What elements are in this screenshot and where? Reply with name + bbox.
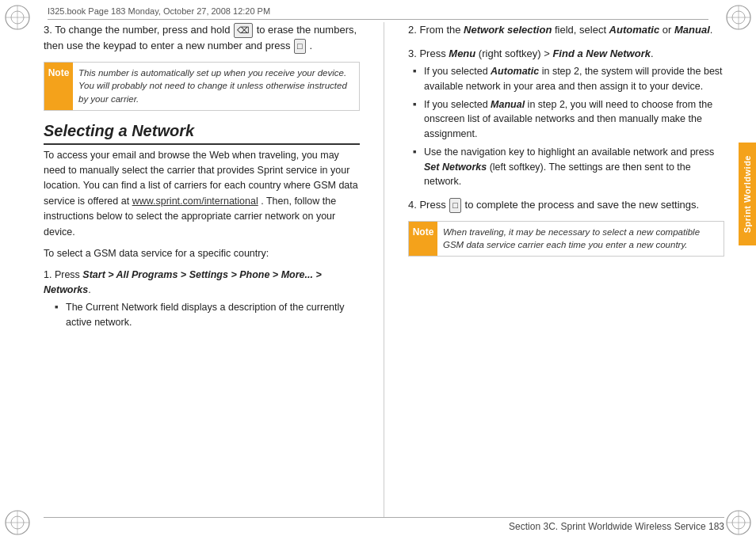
- step2-or: or: [659, 24, 674, 36]
- step2-end: .: [710, 24, 713, 36]
- step4-key-icon: □: [449, 198, 461, 213]
- bullet3-intro: Use the navigation key to highlight an a…: [424, 146, 714, 158]
- step3r-find: Find a New Network: [552, 48, 651, 59]
- corner-tl-decoration: [3, 3, 32, 32]
- corner-br-decoration: [724, 508, 753, 537]
- sprint-link[interactable]: www.sprint.com/international: [132, 196, 258, 207]
- note-box-1: Note This number is automatically set up…: [44, 62, 360, 111]
- step3-bullet-1: If you selected Automatic in step 2, the…: [413, 64, 724, 94]
- right-column: 2. From the Network selection field, sel…: [400, 22, 724, 518]
- backspace-key-icon: ⌫: [234, 23, 253, 38]
- main-content: 3. To change the number, press and hold …: [44, 22, 724, 518]
- step-2: 2. From the Network selection field, sel…: [408, 22, 724, 38]
- footer-text: Section 3C. Sprint Worldwide Wireless Se…: [509, 521, 724, 532]
- top-bar: I325.book Page 183 Monday, October 27, 2…: [48, 6, 708, 20]
- step2-intro: 2. From the: [408, 24, 464, 36]
- left-column: 3. To change the number, press and hold …: [44, 22, 368, 518]
- note1-content: This number is automatically set up when…: [73, 63, 359, 110]
- step-4: 4. Press □ to complete the process and s…: [408, 197, 724, 213]
- step3-intro-text: 3. To change the number, press and hold: [44, 24, 230, 36]
- step4-intro: 4. Press: [408, 199, 446, 211]
- step3r-end: .: [651, 48, 654, 59]
- ordered-list-left: 1. Press Start > All Programs > Settings…: [44, 268, 360, 329]
- note-box-2: Note When traveling, it may be necessary…: [408, 221, 724, 257]
- step3-end-text: .: [309, 40, 312, 51]
- step2-mid: field, select: [552, 24, 609, 36]
- step4-text: to complete the process and save the new…: [465, 199, 700, 211]
- note2-content: When traveling, it may be necessary to s…: [437, 222, 724, 256]
- side-tab-text: Sprint Worldwide: [743, 155, 752, 233]
- step2-manual: Manual: [674, 24, 710, 36]
- step1-intro: 1. Press: [44, 269, 82, 280]
- step2-field: Network selection: [464, 24, 552, 36]
- bullet1-key: Automatic: [491, 66, 539, 77]
- page-info: I325.book Page 183 Monday, October 27, 2…: [48, 6, 270, 16]
- step3r-label: 3. Press: [408, 48, 449, 59]
- bullet1-intro: If you selected: [424, 66, 491, 77]
- section-heading: Selecting a Network: [44, 122, 360, 145]
- note2-label: Note: [409, 222, 437, 256]
- note1-label: Note: [44, 63, 73, 110]
- bullet2-key: Manual: [491, 99, 525, 110]
- step3r-softkey: (right softkey) >: [475, 48, 552, 59]
- corner-bl-decoration: [3, 508, 32, 537]
- bullet3-key: Set Networks: [424, 162, 487, 173]
- ok-key-icon: □: [294, 39, 306, 54]
- corner-tr-decoration: [724, 3, 753, 32]
- column-divider: [384, 22, 384, 518]
- step-3-right: 3. Press Menu (right softkey) > Find a N…: [408, 46, 724, 190]
- step1-path-end: .: [88, 284, 90, 295]
- page-footer: Section 3C. Sprint Worldwide Wireless Se…: [44, 517, 724, 532]
- page-container: I325.book Page 183 Monday, October 27, 2…: [0, 0, 756, 540]
- list-item-1: 1. Press Start > All Programs > Settings…: [44, 268, 360, 329]
- step1-bullets: The Current Network field displays a des…: [44, 300, 360, 330]
- section-gsm-intro: To select a GSM data service for a speci…: [44, 246, 360, 261]
- step1-bullet-1: The Current Network field displays a des…: [55, 300, 360, 330]
- step3-bullets: If you selected Automatic in step 2, the…: [408, 64, 724, 189]
- step3-bullet-2: If you selected Manual in step 2, you wi…: [413, 97, 724, 142]
- step3-bullet-3: Use the navigation key to highlight an a…: [413, 145, 724, 189]
- section-body: To access your email and browse the Web …: [44, 148, 360, 240]
- step1-path: Start > All Programs > Settings > Phone …: [44, 269, 322, 295]
- side-tab: Sprint Worldwide: [739, 143, 756, 245]
- step3r-menu: Menu: [449, 48, 475, 59]
- step2-auto: Automatic: [609, 24, 660, 36]
- bullet2-intro: If you selected: [424, 99, 491, 110]
- step-3-erase: 3. To change the number, press and hold …: [44, 22, 360, 54]
